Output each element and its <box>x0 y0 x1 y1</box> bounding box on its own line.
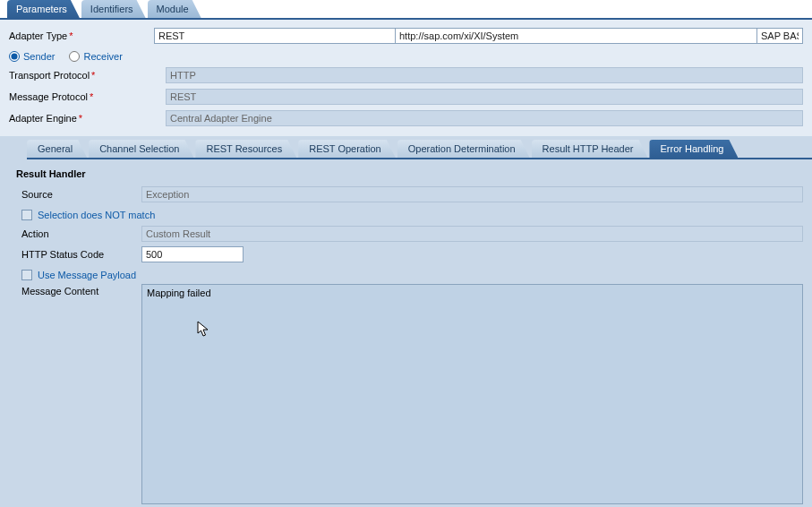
receiver-radio[interactable]: Receiver <box>69 51 122 62</box>
sender-radio-label: Sender <box>23 51 55 62</box>
adapter-type-input[interactable] <box>154 28 396 44</box>
sender-radio-input[interactable] <box>9 51 20 62</box>
transport-protocol-input[interactable] <box>166 67 803 83</box>
message-protocol-label: Message Protocol* <box>9 91 166 102</box>
tab-identifiers[interactable]: Identifiers <box>81 0 146 18</box>
sender-radio[interactable]: Sender <box>9 51 55 62</box>
adapter-type-label: Adapter Type* <box>9 30 154 41</box>
adapter-engine-label: Adapter Engine* <box>9 113 166 124</box>
action-label: Action <box>16 228 141 239</box>
adapter-swcv-input[interactable] <box>756 28 803 44</box>
adapter-config-panel: Adapter Type* Sender Receiver Transport … <box>0 20 812 136</box>
subtab-general[interactable]: General <box>27 140 87 158</box>
sub-tab-strip: General Channel Selection REST Resources… <box>27 142 812 159</box>
adapter-engine-input[interactable] <box>166 110 803 126</box>
subtab-rest-resources[interactable]: REST Resources <box>195 140 296 158</box>
subtab-result-http-header[interactable]: Result HTTP Header <box>532 140 648 158</box>
subtab-rest-operation[interactable]: REST Operation <box>298 140 396 158</box>
subtab-error-handling[interactable]: Error Handling <box>649 140 738 158</box>
message-protocol-input[interactable] <box>166 89 803 105</box>
selection-not-match-checkbox[interactable] <box>21 210 32 220</box>
adapter-namespace-input[interactable] <box>395 28 757 44</box>
subtab-operation-determination[interactable]: Operation Determination <box>397 140 530 158</box>
http-status-label: HTTP Status Code <box>16 249 141 260</box>
receiver-radio-input[interactable] <box>69 51 80 62</box>
tab-parameters[interactable]: Parameters <box>7 0 80 18</box>
use-message-payload-checkbox[interactable] <box>21 270 32 280</box>
result-handler-title: Result Handler <box>16 168 803 179</box>
top-tab-strip: Parameters Identifiers Module <box>0 0 812 18</box>
message-content-label: Message Content <box>16 284 141 296</box>
transport-protocol-label: Transport Protocol* <box>9 70 166 81</box>
subtab-channel-selection[interactable]: Channel Selection <box>89 140 193 158</box>
use-message-payload-label: Use Message Payload <box>38 270 136 280</box>
selection-not-match-label: Selection does NOT match <box>38 210 155 220</box>
source-input[interactable] <box>141 186 803 202</box>
message-content-textarea[interactable] <box>141 284 803 504</box>
http-status-input[interactable] <box>141 246 244 262</box>
source-label: Source <box>16 189 141 200</box>
receiver-radio-label: Receiver <box>83 51 122 62</box>
tab-module[interactable]: Module <box>148 0 201 18</box>
error-handling-panel: Result Handler Source Selection does NOT… <box>0 159 812 507</box>
action-input[interactable] <box>141 226 803 242</box>
